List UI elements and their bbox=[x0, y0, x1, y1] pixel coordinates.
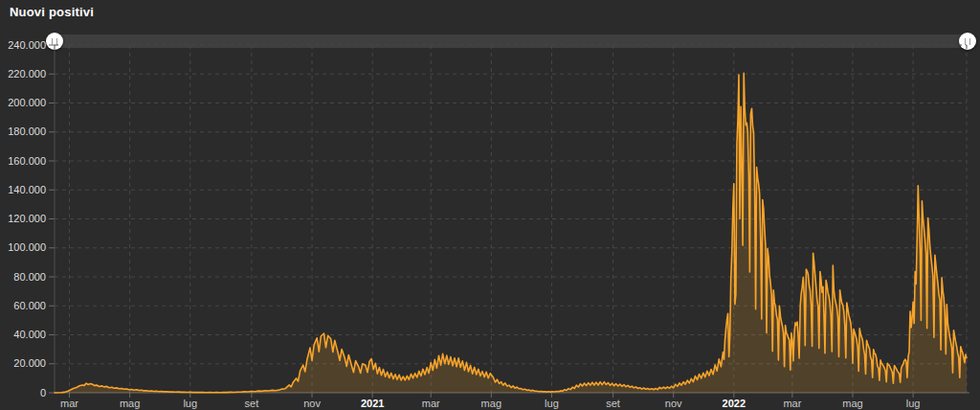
x-axis-label: mar bbox=[422, 398, 440, 409]
y-axis-label: 100.000 bbox=[8, 241, 46, 253]
x-axis-label: nov bbox=[303, 398, 321, 409]
x-axis-label: lug bbox=[183, 398, 197, 409]
y-axis-label: 140.000 bbox=[8, 184, 46, 195]
x-axis-label: mag bbox=[842, 398, 862, 409]
x-axis-label: 2022 bbox=[723, 398, 746, 409]
y-axis-label: 240.000 bbox=[8, 39, 46, 51]
x-axis-label: set bbox=[245, 398, 259, 409]
y-axis-label: 20.000 bbox=[13, 357, 46, 369]
x-axis-label: nov bbox=[665, 398, 682, 409]
x-axis-label: mag bbox=[120, 398, 140, 409]
plot-area[interactable] bbox=[55, 45, 967, 393]
x-axis-label: 2021 bbox=[361, 398, 384, 409]
y-axis-label: 200.000 bbox=[8, 97, 46, 108]
y-axis-label: 120.000 bbox=[8, 213, 46, 224]
y-axis-label: 80.000 bbox=[13, 271, 46, 283]
y-axis-label: 220.000 bbox=[8, 68, 46, 80]
x-axis-label: set bbox=[606, 398, 620, 409]
y-axis-label: 60.000 bbox=[13, 300, 46, 311]
x-axis-label: lug bbox=[545, 398, 559, 409]
chart-panel: Nuovi positivi 020.00040.00060.00080.000… bbox=[0, 0, 980, 410]
x-axis-label: mar bbox=[783, 398, 801, 409]
x-axis-label: lug bbox=[906, 398, 921, 409]
area-chart: 020.00040.00060.00080.000100.000120.0001… bbox=[0, 0, 980, 410]
x-axis-label: mar bbox=[60, 398, 78, 409]
y-axis-label: 0 bbox=[40, 387, 46, 399]
y-axis-label: 180.000 bbox=[8, 125, 46, 137]
y-axis-label: 40.000 bbox=[13, 329, 46, 340]
x-axis-label: mag bbox=[481, 398, 501, 409]
y-axis-label: 160.000 bbox=[8, 155, 46, 167]
